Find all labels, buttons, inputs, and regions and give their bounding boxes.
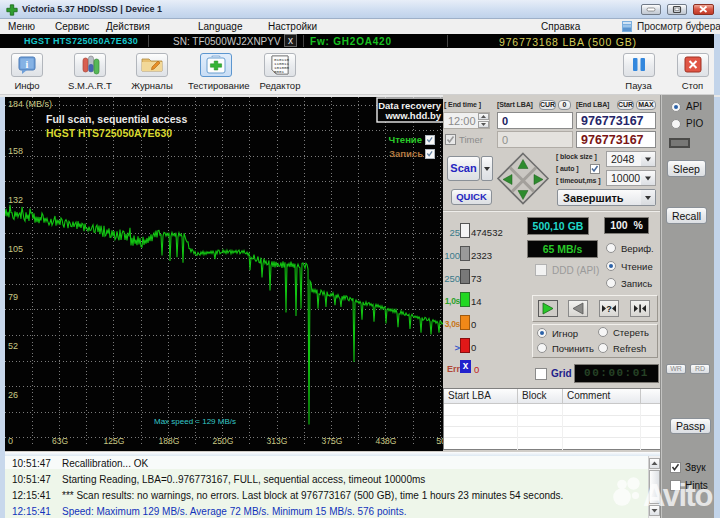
- svg-text:63G: 63G: [52, 436, 68, 446]
- svg-text:i: i: [26, 59, 29, 70]
- svg-text:0: 0: [8, 436, 13, 446]
- svg-text:184 (MB/s): 184 (MB/s): [8, 99, 52, 109]
- svg-text:125G: 125G: [104, 436, 125, 446]
- svg-text:158: 158: [8, 146, 23, 156]
- svg-text:26: 26: [8, 390, 18, 400]
- svg-text:www.hdd.by: www.hdd.by: [384, 110, 441, 121]
- svg-text:Max speed = 129 MB/s: Max speed = 129 MB/s: [154, 417, 236, 426]
- svg-text:HGST HTS725050A7E630: HGST HTS725050A7E630: [46, 127, 172, 139]
- svg-text:313G: 313G: [267, 436, 288, 446]
- svg-text:375G: 375G: [322, 436, 343, 446]
- svg-text:52: 52: [8, 341, 18, 351]
- svg-text:?: ?: [606, 304, 612, 314]
- svg-text:188G: 188G: [159, 436, 180, 446]
- svg-text:Avito: Avito: [643, 478, 712, 513]
- svg-text:132: 132: [8, 195, 23, 205]
- svg-text:Чтение: Чтение: [389, 134, 422, 145]
- svg-text:438G: 438G: [376, 436, 397, 446]
- svg-text:Full scan, sequential access: Full scan, sequential access: [46, 113, 187, 125]
- svg-text:105: 105: [8, 244, 23, 254]
- svg-text:0001: 0001: [274, 70, 285, 74]
- svg-text:250G: 250G: [213, 436, 234, 446]
- svg-text:Запись: Запись: [389, 148, 423, 159]
- svg-text:Data recovery: Data recovery: [378, 100, 442, 111]
- svg-text:79: 79: [8, 292, 18, 302]
- svg-text:50: 50: [436, 436, 443, 446]
